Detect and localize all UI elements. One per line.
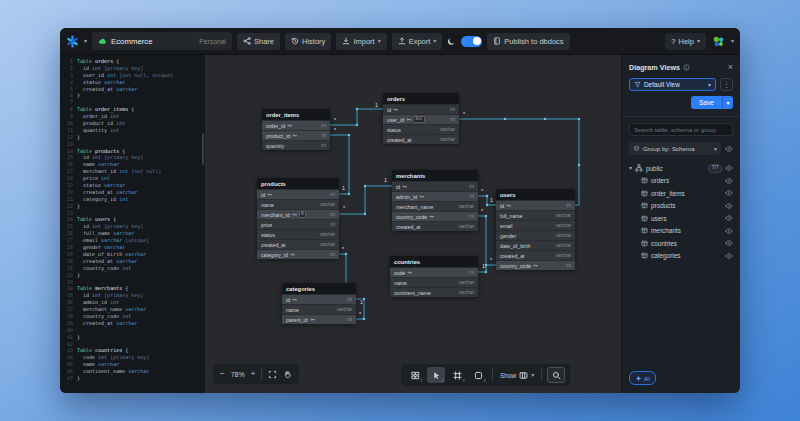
diagram-table-products[interactable]: productsidintnamevarcharmerchant_idNintp…: [257, 178, 339, 259]
tree-item-order_items[interactable]: order_items: [629, 187, 733, 200]
publish-to-dbdocs-button[interactable]: Publish to dbdocs: [487, 33, 569, 50]
table-field-row[interactable]: namevarchar: [282, 304, 356, 314]
show-options-button[interactable]: Show▾: [498, 371, 536, 380]
eye-icon[interactable]: [725, 252, 733, 260]
diagram-table-order_items[interactable]: order_itemsorder_idintproduct_idintquant…: [262, 109, 330, 150]
chevron-down-icon[interactable]: ▾: [84, 38, 87, 44]
table-header[interactable]: products: [257, 178, 339, 189]
eye-icon[interactable]: [725, 227, 733, 235]
table-field-row[interactable]: product_idint: [262, 130, 330, 140]
table-header[interactable]: users: [496, 189, 575, 200]
relationship-line[interactable]: [478, 196, 496, 205]
save-dropdown-button[interactable]: ▾: [722, 96, 733, 109]
tree-item-products[interactable]: products: [629, 200, 733, 213]
eye-icon[interactable]: [725, 214, 733, 222]
note-tool-button[interactable]: 4: [469, 367, 487, 383]
diagram-table-categories[interactable]: categoriesidintnamevarcharparent_idint: [282, 283, 356, 324]
eye-icon[interactable]: [725, 239, 733, 247]
grid-tool-button[interactable]: 1: [406, 367, 424, 383]
avatar[interactable]: [712, 35, 725, 48]
history-button[interactable]: History: [285, 33, 331, 50]
table-field-row[interactable]: admin_idint: [392, 191, 478, 201]
table-field-row[interactable]: merchant_idNint: [257, 209, 339, 219]
table-field-row[interactable]: idint: [257, 189, 339, 199]
eye-icon[interactable]: [725, 189, 733, 197]
table-field-row[interactable]: gendervarchar: [496, 230, 575, 240]
table-field-row[interactable]: idint: [282, 294, 356, 304]
table-field-row[interactable]: order_idint: [262, 120, 330, 130]
view-select[interactable]: Default View ▾: [629, 78, 716, 91]
ai-assistant-button[interactable]: AI: [629, 371, 656, 385]
table-field-row[interactable]: idint: [383, 104, 459, 114]
relationship-line[interactable]: [330, 109, 383, 125]
table-field-row[interactable]: parent_idint: [282, 314, 356, 324]
tree-item-merchants[interactable]: merchants: [629, 225, 733, 238]
diagram-table-orders[interactable]: ordersidintuser_idN,Uintstatusvarcharcre…: [383, 93, 459, 144]
zoom-out-button[interactable]: −: [220, 370, 225, 378]
diagram-canvas[interactable]: *1*1*1*1*1*1**1*1 order_itemsorder_idint…: [205, 55, 621, 393]
tree-item-users[interactable]: users: [629, 212, 733, 225]
share-button[interactable]: Share: [237, 33, 280, 50]
table-header[interactable]: categories: [282, 283, 356, 294]
table-field-row[interactable]: namevarchar: [390, 277, 478, 287]
table-field-row[interactable]: continent_namevarchar: [390, 287, 478, 297]
dark-mode-toggle[interactable]: [461, 36, 482, 47]
table-field-row[interactable]: statusvarchar: [257, 229, 339, 239]
table-field-row[interactable]: merchant_namevarchar: [392, 201, 478, 211]
relationship-line[interactable]: [486, 265, 496, 272]
table-field-row[interactable]: country_codeint: [496, 260, 575, 270]
table-field-row[interactable]: idint: [392, 181, 478, 191]
table-field-row[interactable]: namevarchar: [257, 199, 339, 209]
tree-item-orders[interactable]: orders: [629, 175, 733, 188]
zoom-in-button[interactable]: +: [251, 370, 256, 378]
table-header[interactable]: countries: [390, 256, 478, 267]
table-field-row[interactable]: created_atvarchar: [392, 221, 478, 231]
pointer-tool-button[interactable]: 2: [427, 367, 445, 383]
table-field-row[interactable]: priceint: [257, 219, 339, 229]
tree-item-countries[interactable]: countries: [629, 237, 733, 250]
table-field-row[interactable]: created_atvarchar: [257, 239, 339, 249]
caret-down-icon[interactable]: ▾: [629, 165, 632, 171]
close-icon[interactable]: ×: [728, 62, 733, 72]
tree-item-schema-public[interactable]: ▾public7/7: [629, 162, 733, 175]
table-field-row[interactable]: quantityint: [262, 140, 330, 150]
diagram-table-users[interactable]: usersidintfull_namevarcharemailvarcharge…: [496, 189, 575, 270]
info-icon[interactable]: [683, 64, 690, 71]
eye-icon[interactable]: [725, 202, 733, 210]
frame-tool-button[interactable]: 3: [448, 367, 466, 383]
table-field-row[interactable]: emailvarchar: [496, 220, 575, 230]
table-header[interactable]: orders: [383, 93, 459, 104]
table-header[interactable]: merchants: [392, 170, 478, 181]
eye-icon[interactable]: [725, 164, 733, 172]
table-field-row[interactable]: created_atvarchar: [496, 250, 575, 260]
code-editor[interactable]: 1Table orders {2 id int [primary key]3 u…: [60, 55, 205, 393]
magnifier-tool-button[interactable]: [547, 367, 565, 383]
search-input[interactable]: [629, 123, 733, 136]
diagram-table-countries[interactable]: countriescodeintnamevarcharcontinent_nam…: [390, 256, 478, 297]
group-by-select[interactable]: Group by: Schema ▾: [629, 142, 721, 155]
view-options-menu-button[interactable]: ⋮: [720, 78, 733, 91]
table-field-row[interactable]: country_codeint: [392, 211, 478, 221]
eye-icon[interactable]: [725, 177, 733, 185]
table-field-row[interactable]: full_namevarchar: [496, 210, 575, 220]
eye-icon[interactable]: [725, 145, 733, 153]
fit-to-screen-icon[interactable]: [268, 370, 277, 379]
relationship-line[interactable]: [339, 186, 392, 214]
diagram-table-merchants[interactable]: merchantsidintadmin_idintmerchant_nameva…: [392, 170, 478, 231]
table-field-row[interactable]: created_atvarchar: [383, 134, 459, 144]
export-button[interactable]: Export▾: [392, 33, 443, 50]
table-header[interactable]: order_items: [262, 109, 330, 120]
hand-tool-icon[interactable]: [283, 370, 292, 379]
save-button[interactable]: Save: [691, 96, 722, 109]
table-field-row[interactable]: category_idint: [257, 249, 339, 259]
table-field-row[interactable]: user_idN,Uint: [383, 114, 459, 124]
project-name-chip[interactable]: Ecommerce Personal: [92, 32, 232, 50]
table-field-row[interactable]: idint: [496, 200, 575, 210]
import-button[interactable]: Import▾: [336, 33, 386, 50]
table-field-row[interactable]: codeint: [390, 267, 478, 277]
chevron-down-icon[interactable]: ▾: [731, 38, 734, 44]
table-field-row[interactable]: statusvarchar: [383, 124, 459, 134]
app-logo[interactable]: [66, 35, 79, 48]
table-field-row[interactable]: date_of_birthvarchar: [496, 240, 575, 250]
editor-scrollbar[interactable]: [202, 133, 204, 165]
